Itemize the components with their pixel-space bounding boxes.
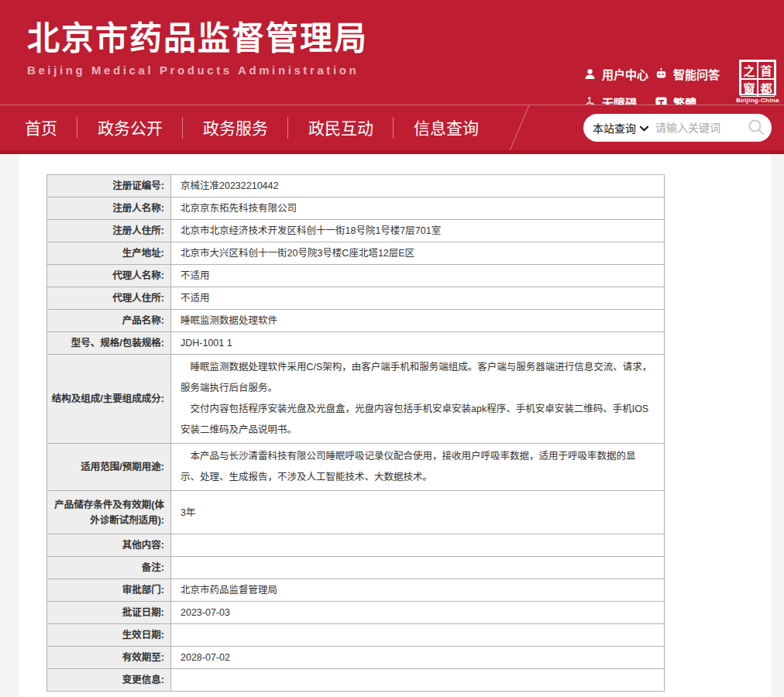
table-row: 注册证编号: 京械注准20232210442 [47, 175, 665, 197]
logo-char: 都 [758, 79, 775, 97]
logo-caption: Beijing-China [734, 97, 781, 104]
field-label: 产品储存条件及有效期(体外诊断试剂适用): [47, 491, 171, 534]
field-value: 睡眠监测数据处理软件采用C/S架构，由客户端手机和服务端组成。客户端与服务器端进… [171, 355, 665, 444]
logo-char: 首 [758, 61, 775, 79]
field-value: 2023-07-03 [171, 602, 665, 624]
table-row: 注册人住所: 北京市北京经济技术开发区科创十一街18号院1号楼7层701室 [47, 220, 665, 242]
nav-item-home[interactable]: 首页 [23, 120, 77, 136]
site-subtitle: Beijing Medical Products Administration [27, 64, 368, 77]
field-label: 备注: [47, 557, 171, 579]
field-value: 北京京东拓先科技有限公司 [171, 197, 665, 220]
nav-item-public-interaction[interactable]: 政民互动 [288, 120, 394, 136]
user-icon [583, 67, 597, 81]
field-label: 有效期至: [47, 647, 171, 669]
field-label: 注册人名称: [47, 197, 171, 220]
search-icon [747, 118, 765, 139]
table-row: 产品名称: 睡眠监测数据处理软件 [47, 310, 665, 332]
traditional-t-icon [655, 96, 668, 105]
field-label: 其他内容: [47, 534, 171, 557]
logo-char: 窗 [741, 79, 758, 97]
field-label: 生效日期: [47, 624, 171, 647]
field-value [171, 624, 665, 647]
table-row: 变更信息: [47, 669, 665, 692]
field-label: 生产地址: [47, 242, 171, 265]
capital-window-logo[interactable]: 之 首 窗 都 Beijing-China [734, 60, 781, 104]
table-row: 型号、规格/包装规格: JDH-1001 1 [47, 332, 665, 355]
table-row: 其他内容: [47, 534, 665, 557]
search-scope-label: 本站查询 [593, 120, 636, 136]
content-area: 注册证编号: 京械注准20232210442 注册人名称: 北京京东拓先科技有限… [19, 154, 771, 697]
field-value: 3年 [171, 491, 665, 534]
table-row: 批证日期: 2023-07-03 [47, 602, 665, 624]
field-value: 不适用 [171, 265, 665, 287]
field-value [171, 669, 665, 692]
table-row: 备注: [47, 557, 665, 579]
capital-window-seal: 之 首 窗 都 [739, 60, 776, 95]
table-row: 审批部门: 北京市药品监督管理局 [47, 579, 665, 602]
field-label: 注册证编号: [47, 175, 171, 197]
site-brand[interactable]: 北京市药品监督管理局 Beijing Medical Products Admi… [27, 20, 368, 77]
table-row: 代理人名称: 不适用 [47, 265, 665, 287]
traditional-chinese-link[interactable]: 繁體 [655, 94, 740, 105]
field-value: JDH-1001 1 [171, 332, 665, 355]
field-label: 结构及组成/主要组成成分: [47, 355, 171, 444]
nav-item-info-query[interactable]: 信息查询 [394, 120, 499, 136]
user-center-link[interactable]: 用户中心 [583, 66, 655, 82]
field-label: 代理人住所: [47, 287, 171, 310]
site-search: 本站查询 [583, 114, 772, 142]
registration-detail-table: 注册证编号: 京械注准20232210442 注册人名称: 北京京东拓先科技有限… [46, 174, 665, 692]
field-value: 京械注准20232210442 [171, 175, 665, 197]
nav-item-gov-services[interactable]: 政务服务 [183, 120, 288, 136]
table-row: 代理人住所: 不适用 [47, 287, 665, 310]
site-header: 北京市药品监督管理局 Beijing Medical Products Admi… [0, 0, 784, 105]
field-value: 不适用 [171, 287, 665, 310]
field-label: 型号、规格/包装规格: [47, 332, 171, 355]
accessibility-link[interactable]: 无障碍 [583, 94, 655, 105]
field-value [171, 534, 665, 557]
field-label: 变更信息: [47, 669, 171, 692]
field-value [171, 557, 665, 579]
header-utilities: 用户中心 智能问答 无障碍 繁體 [583, 66, 740, 105]
field-label: 产品名称: [47, 310, 171, 332]
table-row: 适用范围/预期用途: 本产品与长沙清雷科技有限公司睡眠呼吸记录仪配合使用，接收用… [47, 444, 665, 491]
nav-item-gov-disclosure[interactable]: 政务公开 [77, 120, 183, 136]
field-label: 注册人住所: [47, 220, 171, 242]
field-value: 2028-07-02 [171, 647, 665, 669]
robot-icon [655, 67, 668, 81]
structure-paragraph: 交付内容包括程序安装光盘及光盘盒，光盘内容包括手机安卓安装apk程序、手机安卓安… [181, 399, 655, 441]
field-value: 北京市药品监督管理局 [171, 579, 665, 602]
scope-paragraph: 本产品与长沙清雷科技有限公司睡眠呼吸记录仪配合使用，接收用户呼吸率数据，适用于呼… [181, 446, 655, 488]
field-value: 北京市北京经济技术开发区科创十一街18号院1号楼7层701室 [171, 220, 665, 242]
search-input[interactable] [655, 122, 747, 134]
search-button[interactable] [747, 118, 765, 139]
field-label: 审批部门: [47, 579, 171, 602]
site-title: 北京市药品监督管理局 [27, 20, 368, 57]
logo-char: 之 [741, 61, 758, 79]
main-nav: 首页 政务公开 政务服务 政民互动 信息查询 本站查询 [0, 105, 784, 154]
smart-qa-label: 智能问答 [673, 66, 720, 82]
search-scope-select[interactable]: 本站查询 [593, 120, 648, 136]
field-label: 批证日期: [47, 602, 171, 624]
accessibility-label: 无障碍 [602, 94, 637, 105]
field-value: 睡眠监测数据处理软件 [171, 310, 665, 332]
traditional-label: 繁體 [673, 94, 696, 105]
table-row: 生产地址: 北京市大兴区科创十一街20号院3号楼C座北塔12层E区 [47, 242, 665, 265]
table-row: 结构及组成/主要组成成分: 睡眠监测数据处理软件采用C/S架构，由客户端手机和服… [47, 355, 665, 444]
table-row: 注册人名称: 北京京东拓先科技有限公司 [47, 197, 665, 220]
table-row: 产品储存条件及有效期(体外诊断试剂适用): 3年 [47, 491, 665, 534]
table-row: 生效日期: [47, 624, 665, 647]
table-row: 有效期至: 2028-07-02 [47, 647, 665, 669]
field-value: 北京市大兴区科创十一街20号院3号楼C座北塔12层E区 [171, 242, 665, 265]
smart-qa-link[interactable]: 智能问答 [655, 66, 740, 82]
user-center-label: 用户中心 [602, 66, 648, 82]
field-label: 适用范围/预期用途: [47, 444, 171, 491]
field-value: 本产品与长沙清雷科技有限公司睡眠呼吸记录仪配合使用，接收用户呼吸率数据，适用于呼… [171, 444, 665, 491]
chevron-down-icon [640, 122, 648, 134]
wheelchair-icon [583, 96, 597, 105]
field-label: 代理人名称: [47, 265, 171, 287]
structure-paragraph: 睡眠监测数据处理软件采用C/S架构，由客户端手机和服务端组成。客户端与服务器端进… [181, 357, 655, 399]
